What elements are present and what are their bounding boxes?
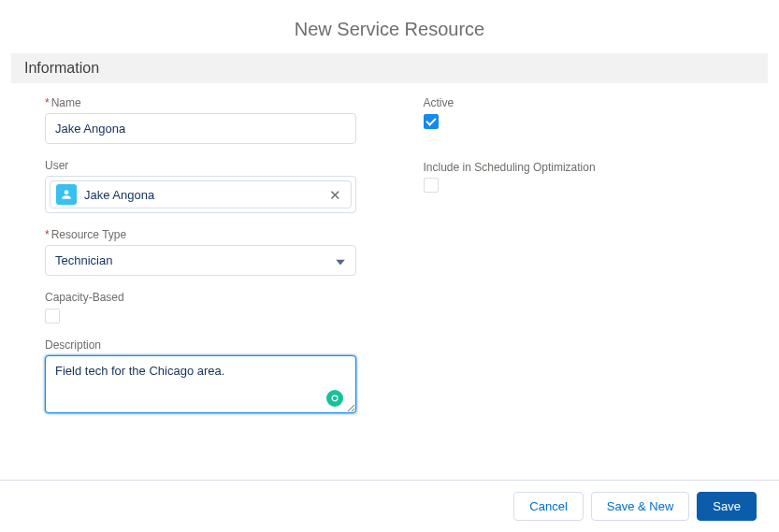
name-label: *Name (45, 96, 356, 109)
save-and-new-button[interactable]: Save & New (591, 492, 690, 521)
spacer (424, 144, 735, 161)
cancel-button[interactable]: Cancel (513, 492, 583, 521)
clear-user-icon[interactable]: ✕ (325, 188, 345, 202)
user-lookup-value: Jake Angona (84, 188, 325, 202)
description-textarea-wrap (45, 355, 356, 416)
required-mark: * (45, 228, 50, 241)
include-opt-field: Include in Scheduling Optimization (424, 161, 735, 194)
description-label: Description (45, 338, 356, 352)
footer-actions: Cancel Save & New Save (0, 480, 779, 532)
active-checkbox[interactable] (424, 114, 439, 129)
section-header-information: Information (11, 53, 768, 83)
include-opt-label: Include in Scheduling Optimization (424, 161, 735, 174)
user-lookup-pill: Jake Angona ✕ (50, 180, 352, 208)
user-lookup[interactable]: Jake Angona ✕ (45, 176, 356, 213)
user-label: User (45, 159, 356, 172)
form-body: *Name User Jake Angona ✕ *Resource Type (0, 83, 779, 431)
active-field: Active (424, 96, 735, 129)
save-button[interactable]: Save (697, 492, 757, 521)
left-column: *Name User Jake Angona ✕ *Resource Type (11, 96, 390, 431)
name-label-text: Name (51, 96, 81, 109)
name-input[interactable] (45, 113, 356, 144)
capacity-based-label: Capacity-Based (45, 291, 356, 304)
include-opt-checkbox[interactable] (424, 178, 439, 193)
active-label: Active (424, 96, 735, 109)
resource-type-field: *Resource Type Technician (45, 228, 356, 276)
description-field: Description (45, 338, 356, 416)
modal-title: New Service Resource (0, 0, 779, 53)
resource-type-label: *Resource Type (45, 228, 356, 241)
capacity-based-checkbox[interactable] (45, 309, 60, 324)
resource-type-select[interactable]: Technician (45, 245, 356, 276)
right-column: Active Include in Scheduling Optimizatio… (390, 96, 769, 431)
capacity-based-field: Capacity-Based (45, 291, 356, 324)
user-field: User Jake Angona ✕ (45, 159, 356, 213)
description-input[interactable] (45, 355, 356, 413)
required-mark: * (45, 96, 50, 109)
user-avatar-icon (56, 184, 77, 205)
name-field: *Name (45, 96, 356, 144)
resource-type-label-text: Resource Type (51, 228, 127, 241)
resource-type-value: Technician (45, 245, 356, 276)
